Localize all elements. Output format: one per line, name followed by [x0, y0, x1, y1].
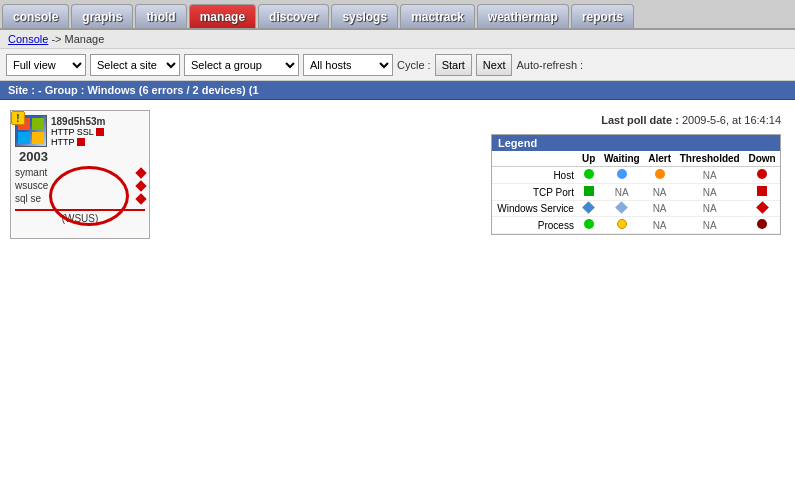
legend-host-waiting	[600, 167, 644, 184]
right-panel: Last poll date : 2009-5-6, at 16:4:14 Le…	[160, 110, 785, 239]
http-label: HTTP	[51, 137, 75, 147]
svg-rect-1	[32, 118, 44, 130]
tab-syslogs[interactable]: syslogs	[331, 4, 398, 28]
legend-winsvc-waiting	[600, 201, 644, 217]
tab-graphs[interactable]: graphs	[71, 4, 133, 28]
device-name: 189d5h53m	[51, 116, 105, 127]
service-sqlse-status-icon	[135, 193, 146, 204]
http-ssl-status-icon	[96, 128, 104, 136]
last-poll-value: 2009-5-6, at 16:4:14	[682, 114, 781, 126]
process-circle-yellow-icon	[617, 219, 627, 229]
table-row: TCP Port NA NA NA	[492, 184, 780, 201]
sq-red-icon	[757, 186, 767, 196]
tab-reports[interactable]: reports	[571, 4, 634, 28]
legend-host-thresholded: NA	[675, 167, 744, 184]
breadcrumb-console-link[interactable]: Console	[8, 33, 48, 45]
circle-red-icon	[757, 169, 767, 179]
legend-tcp-label: TCP Port	[492, 184, 578, 201]
legend-process-thresholded: NA	[675, 217, 744, 234]
diamond-red-icon	[756, 201, 769, 214]
table-row: Process NA NA	[492, 217, 780, 234]
device-year: 2003	[19, 149, 48, 164]
circle-orange-icon	[655, 169, 665, 179]
group-select[interactable]: Select a group	[184, 54, 299, 76]
circle-blue-icon	[617, 169, 627, 179]
device-panel: ! 189d5h53m HTTP SSL HTTP 2003 symant	[10, 110, 150, 239]
legend-col-thresholded: Thresholded	[675, 151, 744, 167]
diamond-blue-icon	[582, 201, 595, 214]
legend-process-up	[578, 217, 600, 234]
toolbar: Full view Compact view Select a site Sel…	[0, 49, 795, 81]
http-status-icon	[77, 138, 85, 146]
legend-title: Legend	[492, 135, 780, 151]
table-row: Windows Service NA NA	[492, 201, 780, 217]
list-item: symant	[15, 166, 145, 179]
device-header: ! 189d5h53m HTTP SSL HTTP	[15, 115, 145, 147]
breadcrumb: Console -> Manage	[0, 30, 795, 49]
site-bar: Site : - Group : Windows (6 errors / 2 d…	[0, 81, 795, 100]
view-select[interactable]: Full view Compact view	[6, 54, 86, 76]
device-footer: (WSUS)	[15, 209, 145, 224]
next-button[interactable]: Next	[476, 54, 513, 76]
svg-rect-3	[32, 132, 44, 144]
service-wsusce-status-icon	[135, 180, 146, 191]
tab-discover[interactable]: discover	[258, 4, 329, 28]
tab-manage[interactable]: manage	[189, 4, 256, 28]
nav-bar: console graphs thold manage discover sys…	[0, 0, 795, 30]
last-poll: Last poll date : 2009-5-6, at 16:4:14	[164, 114, 781, 126]
group-label: - Group :	[38, 84, 84, 96]
site-select[interactable]: Select a site	[90, 54, 180, 76]
start-button[interactable]: Start	[435, 54, 472, 76]
service-sqlse-label: sql se	[15, 193, 41, 204]
tab-weathermap[interactable]: weathermap	[477, 4, 569, 28]
group-errors: (6 errors / 2 devices) (1	[139, 84, 259, 96]
legend-winsvc-thresholded: NA	[675, 201, 744, 217]
legend-winsvc-label: Windows Service	[492, 201, 578, 217]
last-poll-label: Last poll date :	[601, 114, 679, 126]
http-ssl-row: HTTP SSL	[51, 127, 105, 137]
legend-winsvc-alert: NA	[644, 201, 675, 217]
legend-winsvc-up	[578, 201, 600, 217]
service-list: symant wsusce sql se	[15, 166, 145, 205]
legend-host-down	[744, 167, 780, 184]
legend-process-label: Process	[492, 217, 578, 234]
process-circle-green-icon	[584, 219, 594, 229]
process-circle-darkred-icon	[757, 219, 767, 229]
service-symant-status-icon	[135, 167, 146, 178]
breadcrumb-separator: ->	[51, 33, 64, 45]
tab-thold[interactable]: thold	[135, 4, 186, 28]
autorefresh-label: Auto-refresh :	[516, 59, 583, 71]
legend-host-up	[578, 167, 600, 184]
legend-col-down: Down	[744, 151, 780, 167]
legend-col-up: Up	[578, 151, 600, 167]
legend-col-alert: Alert	[644, 151, 675, 167]
hosts-select[interactable]: All hosts	[303, 54, 393, 76]
http-row: HTTP	[51, 137, 105, 147]
legend-table: Up Waiting Alert Thresholded Down Host	[492, 151, 780, 234]
legend: Legend Up Waiting Alert Thresholded Down	[491, 134, 781, 235]
circle-green-icon	[584, 169, 594, 179]
main-content: ! 189d5h53m HTTP SSL HTTP 2003 symant	[0, 100, 795, 249]
breadcrumb-manage: Manage	[65, 33, 105, 45]
legend-process-waiting	[600, 217, 644, 234]
legend-host-label: Host	[492, 167, 578, 184]
table-row: Host NA	[492, 167, 780, 184]
device-warning-icon: !	[11, 111, 25, 125]
list-item: wsusce	[15, 179, 145, 192]
cycle-label: Cycle :	[397, 59, 431, 71]
legend-host-alert	[644, 167, 675, 184]
legend-tcp-thresholded: NA	[675, 184, 744, 201]
site-label: Site :	[8, 84, 35, 96]
legend-tcp-up	[578, 184, 600, 201]
diamond-blue-outline-icon	[615, 201, 628, 214]
group-value: Windows	[87, 84, 135, 96]
list-item: sql se	[15, 192, 145, 205]
legend-col-empty	[492, 151, 578, 167]
legend-tcp-alert: NA	[644, 184, 675, 201]
legend-winsvc-down	[744, 201, 780, 217]
http-ssl-label: HTTP SSL	[51, 127, 94, 137]
tab-mactrack[interactable]: mactrack	[400, 4, 475, 28]
legend-process-alert: NA	[644, 217, 675, 234]
tab-console[interactable]: console	[2, 4, 69, 28]
legend-process-down	[744, 217, 780, 234]
